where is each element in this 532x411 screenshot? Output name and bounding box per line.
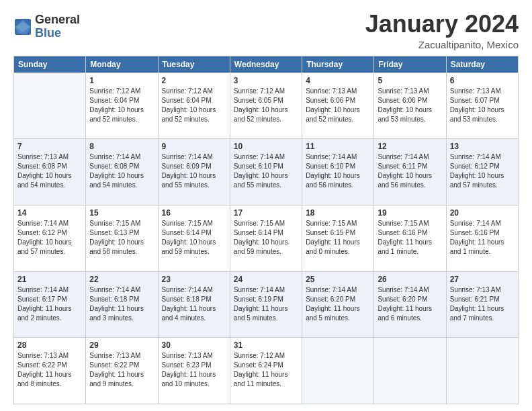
calendar-day-31: 31Sunrise: 7:12 AM Sunset: 6:24 PM Dayli… [230, 338, 302, 404]
day-number: 24 [234, 275, 298, 284]
day-number: 9 [162, 142, 226, 151]
calendar-header-row: SundayMondayTuesdayWednesdayThursdayFrid… [14, 56, 519, 73]
calendar-day-20: 20Sunrise: 7:14 AM Sunset: 6:16 PM Dayli… [446, 205, 518, 271]
day-number: 15 [89, 208, 154, 218]
day-number: 17 [234, 208, 298, 218]
calendar-day-17: 17Sunrise: 7:15 AM Sunset: 6:14 PM Dayli… [230, 205, 302, 271]
calendar-day-19: 19Sunrise: 7:15 AM Sunset: 6:16 PM Dayli… [374, 205, 446, 271]
calendar-day-22: 22Sunrise: 7:14 AM Sunset: 6:18 PM Dayli… [86, 271, 158, 338]
calendar-day-empty [446, 338, 518, 404]
day-number: 27 [450, 275, 515, 284]
day-info: Sunrise: 7:13 AM Sunset: 6:07 PM Dayligh… [450, 87, 515, 124]
calendar-day-empty [374, 338, 446, 404]
day-info: Sunrise: 7:14 AM Sunset: 6:10 PM Dayligh… [306, 152, 370, 190]
day-info: Sunrise: 7:14 AM Sunset: 6:08 PM Dayligh… [89, 152, 154, 190]
calendar-day-12: 12Sunrise: 7:14 AM Sunset: 6:11 PM Dayli… [374, 139, 446, 205]
day-info: Sunrise: 7:15 AM Sunset: 6:16 PM Dayligh… [378, 219, 442, 257]
day-number: 29 [89, 340, 154, 350]
day-number: 18 [306, 208, 370, 218]
title-block: January 2024 Zacualtipanito, Mexico [365, 11, 519, 50]
day-number: 5 [378, 76, 442, 85]
day-info: Sunrise: 7:13 AM Sunset: 6:06 PM Dayligh… [306, 87, 370, 124]
calendar-day-8: 8Sunrise: 7:14 AM Sunset: 6:08 PM Daylig… [86, 139, 158, 205]
calendar-day-6: 6Sunrise: 7:13 AM Sunset: 6:07 PM Daylig… [446, 73, 518, 139]
calendar-day-18: 18Sunrise: 7:15 AM Sunset: 6:15 PM Dayli… [302, 205, 374, 271]
calendar-day-23: 23Sunrise: 7:14 AM Sunset: 6:18 PM Dayli… [158, 271, 230, 338]
logo-icon [13, 17, 32, 36]
day-info: Sunrise: 7:13 AM Sunset: 6:23 PM Dayligh… [162, 351, 226, 389]
day-header-thursday: Thursday [302, 56, 374, 73]
day-number: 23 [162, 275, 226, 284]
logo-blue-text: Blue [35, 27, 80, 40]
day-number: 28 [17, 340, 82, 350]
day-info: Sunrise: 7:12 AM Sunset: 6:05 PM Dayligh… [234, 87, 298, 124]
day-info: Sunrise: 7:14 AM Sunset: 6:18 PM Dayligh… [89, 285, 154, 323]
calendar-day-4: 4Sunrise: 7:13 AM Sunset: 6:06 PM Daylig… [302, 73, 374, 139]
day-info: Sunrise: 7:13 AM Sunset: 6:22 PM Dayligh… [17, 351, 82, 389]
calendar-day-15: 15Sunrise: 7:15 AM Sunset: 6:13 PM Dayli… [86, 205, 158, 271]
calendar-day-2: 2Sunrise: 7:12 AM Sunset: 6:04 PM Daylig… [158, 73, 230, 139]
header: General Blue January 2024 Zacualtipanito… [13, 11, 519, 50]
calendar-week-row: 21Sunrise: 7:14 AM Sunset: 6:17 PM Dayli… [14, 271, 519, 338]
page: General Blue January 2024 Zacualtipanito… [0, 0, 532, 411]
day-info: Sunrise: 7:15 AM Sunset: 6:14 PM Dayligh… [234, 219, 298, 257]
day-number: 3 [234, 76, 298, 85]
day-info: Sunrise: 7:14 AM Sunset: 6:10 PM Dayligh… [234, 152, 298, 190]
calendar-table: SundayMondayTuesdayWednesdayThursdayFrid… [13, 56, 519, 404]
calendar-week-row: 7Sunrise: 7:13 AM Sunset: 6:08 PM Daylig… [14, 139, 519, 205]
day-number: 20 [450, 208, 515, 218]
day-info: Sunrise: 7:15 AM Sunset: 6:15 PM Dayligh… [306, 219, 370, 257]
calendar-day-5: 5Sunrise: 7:13 AM Sunset: 6:06 PM Daylig… [374, 73, 446, 139]
day-number: 13 [450, 142, 515, 151]
day-number: 21 [17, 275, 82, 284]
day-number: 12 [378, 142, 442, 151]
day-info: Sunrise: 7:14 AM Sunset: 6:11 PM Dayligh… [378, 152, 442, 190]
day-info: Sunrise: 7:14 AM Sunset: 6:20 PM Dayligh… [378, 285, 442, 323]
day-header-wednesday: Wednesday [230, 56, 302, 73]
day-number: 31 [234, 340, 298, 350]
calendar-day-9: 9Sunrise: 7:14 AM Sunset: 6:09 PM Daylig… [158, 139, 230, 205]
month-title: January 2024 [365, 11, 519, 38]
day-number: 1 [89, 76, 154, 85]
calendar-day-14: 14Sunrise: 7:14 AM Sunset: 6:12 PM Dayli… [14, 205, 86, 271]
calendar-day-empty [302, 338, 374, 404]
day-number: 11 [306, 142, 370, 151]
calendar-day-21: 21Sunrise: 7:14 AM Sunset: 6:17 PM Dayli… [14, 271, 86, 338]
day-info: Sunrise: 7:14 AM Sunset: 6:16 PM Dayligh… [450, 219, 515, 257]
day-number: 6 [450, 76, 515, 85]
day-header-saturday: Saturday [446, 56, 518, 73]
day-info: Sunrise: 7:12 AM Sunset: 6:04 PM Dayligh… [162, 87, 226, 124]
day-info: Sunrise: 7:14 AM Sunset: 6:09 PM Dayligh… [162, 152, 226, 190]
calendar-day-10: 10Sunrise: 7:14 AM Sunset: 6:10 PM Dayli… [230, 139, 302, 205]
day-header-tuesday: Tuesday [158, 56, 230, 73]
day-info: Sunrise: 7:14 AM Sunset: 6:19 PM Dayligh… [234, 285, 298, 323]
calendar-day-24: 24Sunrise: 7:14 AM Sunset: 6:19 PM Dayli… [230, 271, 302, 338]
calendar-day-26: 26Sunrise: 7:14 AM Sunset: 6:20 PM Dayli… [374, 271, 446, 338]
day-info: Sunrise: 7:15 AM Sunset: 6:13 PM Dayligh… [89, 219, 154, 257]
calendar-day-11: 11Sunrise: 7:14 AM Sunset: 6:10 PM Dayli… [302, 139, 374, 205]
calendar-day-27: 27Sunrise: 7:13 AM Sunset: 6:21 PM Dayli… [446, 271, 518, 338]
day-info: Sunrise: 7:15 AM Sunset: 6:14 PM Dayligh… [162, 219, 226, 257]
day-number: 19 [378, 208, 442, 218]
day-number: 22 [89, 275, 154, 284]
day-number: 26 [378, 275, 442, 284]
day-number: 2 [162, 76, 226, 85]
day-number: 14 [17, 208, 82, 218]
day-info: Sunrise: 7:12 AM Sunset: 6:24 PM Dayligh… [234, 351, 298, 389]
day-number: 8 [89, 142, 154, 151]
calendar-day-16: 16Sunrise: 7:15 AM Sunset: 6:14 PM Dayli… [158, 205, 230, 271]
day-number: 25 [306, 275, 370, 284]
day-info: Sunrise: 7:12 AM Sunset: 6:04 PM Dayligh… [89, 87, 154, 124]
calendar-day-7: 7Sunrise: 7:13 AM Sunset: 6:08 PM Daylig… [14, 139, 86, 205]
day-info: Sunrise: 7:13 AM Sunset: 6:22 PM Dayligh… [89, 351, 154, 389]
day-info: Sunrise: 7:13 AM Sunset: 6:06 PM Dayligh… [378, 87, 442, 124]
logo-text: General Blue [35, 13, 80, 40]
calendar-week-row: 14Sunrise: 7:14 AM Sunset: 6:12 PM Dayli… [14, 205, 519, 271]
day-header-sunday: Sunday [14, 56, 86, 73]
day-info: Sunrise: 7:14 AM Sunset: 6:17 PM Dayligh… [17, 285, 82, 323]
day-info: Sunrise: 7:14 AM Sunset: 6:20 PM Dayligh… [306, 285, 370, 323]
calendar-day-3: 3Sunrise: 7:12 AM Sunset: 6:05 PM Daylig… [230, 73, 302, 139]
day-header-monday: Monday [86, 56, 158, 73]
calendar-week-row: 28Sunrise: 7:13 AM Sunset: 6:22 PM Dayli… [14, 338, 519, 404]
day-info: Sunrise: 7:13 AM Sunset: 6:08 PM Dayligh… [17, 152, 82, 190]
